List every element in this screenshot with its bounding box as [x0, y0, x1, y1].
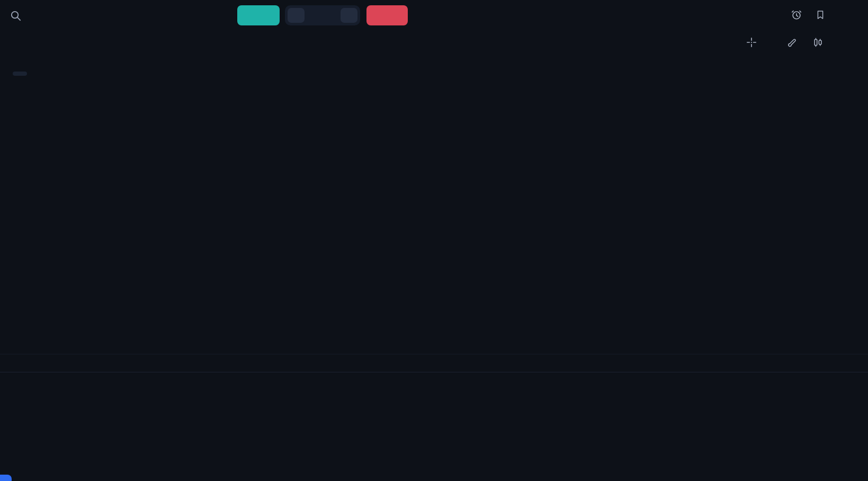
quantity-decrement-button[interactable] [288, 8, 305, 23]
trading-app [0, 0, 868, 481]
search-button[interactable] [10, 10, 22, 23]
buy-button[interactable] [237, 5, 280, 25]
alarm-clock-icon [791, 9, 802, 22]
indicator-count-dropdown[interactable] [13, 72, 27, 76]
price-chart-canvas[interactable] [0, 56, 868, 354]
chart-type-button[interactable] [812, 37, 827, 50]
chart-toolbar [0, 31, 868, 56]
bookmark-icon [815, 10, 826, 22]
instrument-summary [29, 0, 48, 31]
bottom-left-blue-badge [0, 475, 12, 481]
rsi-panel [0, 372, 868, 481]
crosshair-icon [746, 37, 757, 50]
price-alert-button[interactable] [791, 9, 802, 22]
search-icon [10, 15, 22, 23]
chart-tools [746, 37, 827, 50]
time-axis[interactable] [0, 354, 868, 372]
header-icons [791, 0, 826, 31]
sell-button[interactable] [366, 5, 408, 25]
quantity-stepper [285, 5, 360, 25]
watchlist-button[interactable] [815, 10, 826, 22]
candlestick-chart-icon [812, 37, 824, 50]
pen-icon [788, 37, 799, 50]
price-chart-area [0, 56, 868, 354]
header [0, 0, 868, 31]
quantity-increment-button[interactable] [341, 8, 357, 23]
rsi-chart-canvas[interactable] [0, 372, 868, 481]
crosshair-tool-button[interactable] [746, 37, 760, 50]
drawing-tool-button[interactable] [788, 37, 799, 50]
